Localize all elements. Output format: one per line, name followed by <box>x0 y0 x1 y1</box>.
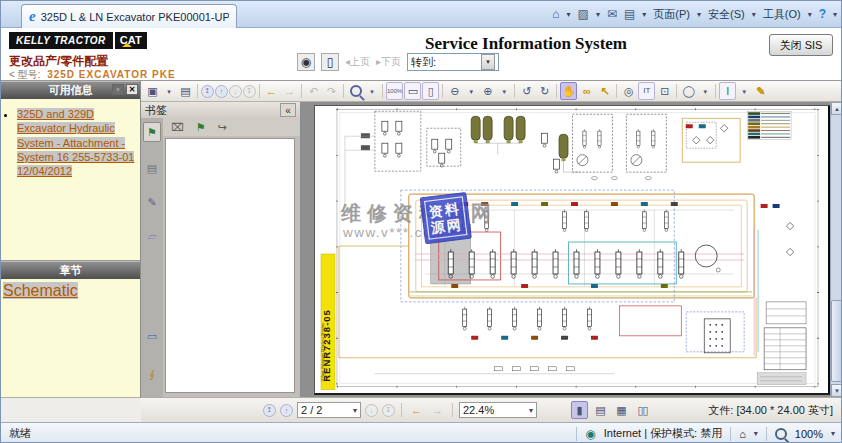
menu-tools[interactable]: 工具(O) <box>763 7 801 22</box>
browser-tab[interactable]: e 325D L & LN Excavator PKE00001-UP (MAC… <box>21 4 237 28</box>
oval-tool-icon[interactable]: ◯ <box>680 82 697 100</box>
print-icon[interactable]: ▤ <box>177 82 194 100</box>
oval-dropdown-icon[interactable]: ▾ <box>698 82 712 100</box>
browser-zoom-level[interactable]: 100% <box>795 428 823 440</box>
select-text-icon[interactable]: IT <box>638 82 655 100</box>
redo-icon[interactable]: ↷ <box>323 82 340 100</box>
vertical-scrollbar[interactable]: ▲ ▼ <box>830 102 842 397</box>
last-page-icon[interactable]: ↧ <box>243 85 256 98</box>
single-page-layout-icon[interactable]: ▮ <box>571 401 588 419</box>
sidebar: 可用信息 ▫ ✕ 325D and 329D Excavator Hydraul… <box>1 81 141 397</box>
add-bookmark-icon[interactable]: ⚑ <box>196 121 206 134</box>
previous-view-icon[interactable]: ← <box>263 82 280 100</box>
close-panel-button[interactable]: ✕ <box>126 84 138 95</box>
menu-page[interactable]: 页面(P) <box>653 7 690 22</box>
home-dropdown-icon[interactable]: ▾ <box>567 10 571 19</box>
tab-bookmarks-icon[interactable]: ⚑ <box>143 122 161 142</box>
model-value[interactable]: 325D EXCAVATOR PKE <box>47 69 175 80</box>
first-page-icon[interactable]: ↥ <box>263 404 276 417</box>
next-view-icon[interactable]: → <box>429 401 446 419</box>
document-link[interactable]: 325D and 329D Excavator Hydraulic System… <box>17 108 134 177</box>
save-dropdown-icon[interactable]: ▾ <box>162 82 176 100</box>
export-icon[interactable]: ↪ <box>218 121 227 134</box>
rotate-left-icon[interactable]: ↺ <box>518 82 535 100</box>
pencil-icon[interactable]: ✎ <box>752 82 769 100</box>
document-area[interactable]: RENR7238-05 16 Page, (Schematic) 34 Inch… <box>301 102 842 397</box>
bookmarks-list[interactable] <box>165 138 295 393</box>
next-page-icon[interactable]: ↓ <box>229 85 242 98</box>
zoom-in-dropdown-icon[interactable]: ▾ <box>497 82 511 100</box>
menu-security-dropdown-icon[interactable]: ▾ <box>752 10 756 19</box>
actual-size-icon[interactable]: 100% <box>386 82 403 100</box>
facing-layout-icon[interactable]: ▯▯ <box>634 401 651 419</box>
next-page-icon[interactable]: ↓ <box>365 404 378 417</box>
continuous-layout-icon[interactable]: ▤ <box>592 401 609 419</box>
tab-comments-icon[interactable]: ▭ <box>143 326 161 346</box>
minimize-button[interactable]: ▫ <box>112 84 124 95</box>
zoom-tool-dropdown-icon[interactable]: ▾ <box>365 82 379 100</box>
last-page-icon[interactable]: ↧ <box>382 404 395 417</box>
mail-icon[interactable]: ✉ <box>607 7 617 21</box>
feed-dropdown-icon[interactable]: ▾ <box>596 10 600 19</box>
goto-dropdown-icon[interactable]: ▾ <box>481 54 495 70</box>
new-document-icon[interactable]: ▯ <box>321 53 339 71</box>
bookmarks-title: 书签 <box>145 103 167 118</box>
help-dropdown-icon[interactable]: ▾ <box>833 10 837 19</box>
page-dropdown-icon[interactable]: ▾ <box>353 406 357 415</box>
next-page-button[interactable]: ▸下页 <box>376 55 401 69</box>
next-view-icon[interactable]: → <box>281 82 298 100</box>
undo-icon[interactable]: ↶ <box>305 82 322 100</box>
save-icon[interactable]: ▣ <box>144 82 161 100</box>
zoom-out-icon[interactable]: ⊖ <box>446 82 463 100</box>
print-dropdown-icon[interactable]: ▾ <box>642 10 646 19</box>
prev-page-button[interactable]: ◂上页 <box>345 55 370 69</box>
reading-mode-icon[interactable]: ∞ <box>578 82 595 100</box>
scrollbar-thumb[interactable] <box>831 300 842 382</box>
close-sis-button[interactable]: 关闭 SIS <box>769 34 833 56</box>
home-icon[interactable]: ⌂ <box>552 7 559 21</box>
menu-security[interactable]: 安全(S) <box>708 7 745 22</box>
browser-zoom-dropdown-icon[interactable]: ▾ <box>831 429 835 438</box>
first-page-icon[interactable]: ↥ <box>201 85 214 98</box>
previous-view-icon[interactable]: ← <box>408 401 425 419</box>
gear-icon[interactable]: ◉ <box>297 53 315 71</box>
pdf-page[interactable]: RENR7238-05 16 Page, (Schematic) 34 Inch… <box>314 105 831 395</box>
previous-page-icon[interactable]: ↑ <box>280 404 293 417</box>
tab-layers-icon[interactable]: ▱ <box>143 226 161 246</box>
zoom-out-dropdown-icon[interactable]: ▾ <box>464 82 478 100</box>
textbox-tool-icon[interactable]: I <box>719 82 736 100</box>
scroll-up-icon[interactable]: ▲ <box>831 102 842 115</box>
zoom-level-select[interactable]: 22.4% ▾ <box>459 402 537 418</box>
tab-notes-icon[interactable]: ✎ <box>143 192 161 212</box>
goto-select[interactable]: 转到: ▾ <box>407 53 499 71</box>
schematic-link[interactable]: Schematic <box>3 282 78 299</box>
fit-width-icon[interactable]: ▭ <box>404 82 421 100</box>
zone-home-icon[interactable]: ⌂ <box>739 428 746 440</box>
zoom-magnifier-icon[interactable] <box>775 428 787 440</box>
scroll-down-icon[interactable]: ▼ <box>831 384 842 397</box>
rotate-right-icon[interactable]: ↻ <box>536 82 553 100</box>
hand-tool-icon[interactable]: ✋ <box>560 82 577 100</box>
two-up-layout-icon[interactable]: ▦ <box>613 401 630 419</box>
tab-pages-icon[interactable]: ▤ <box>143 158 161 178</box>
pdf-toolbar: ▣ ▾ ▤ ↥ ↑ ↓ ↧ ← → ↶ ↷ ▾ 100% ▭ ▯ ⊖ ▾ ⊕ ▾ <box>141 81 842 102</box>
print-icon[interactable]: ▤ <box>624 7 635 21</box>
find-icon[interactable]: ◎ <box>620 82 637 100</box>
trash-icon[interactable]: ⌧ <box>171 121 184 134</box>
zoom-in-icon[interactable]: ⊕ <box>479 82 496 100</box>
menu-page-dropdown-icon[interactable]: ▾ <box>697 10 701 19</box>
zoom-tool-icon[interactable] <box>347 82 364 100</box>
collapse-panel-icon[interactable]: « <box>280 103 296 117</box>
zone-dropdown-icon[interactable]: ▾ <box>754 429 758 438</box>
zoom-dropdown-icon[interactable]: ▾ <box>529 406 533 415</box>
previous-page-icon[interactable]: ↑ <box>215 85 228 98</box>
feed-icon[interactable]: ▨ <box>578 7 589 21</box>
help-icon[interactable]: ? <box>819 7 826 21</box>
textbox-dropdown-icon[interactable]: ▾ <box>737 82 751 100</box>
tab-attachments-icon[interactable]: ∮ <box>143 364 161 384</box>
menu-tools-dropdown-icon[interactable]: ▾ <box>808 10 812 19</box>
fit-page-icon[interactable]: ▯ <box>422 82 439 100</box>
page-indicator-select[interactable]: 2 / 2 ▾ <box>297 402 361 418</box>
snapshot-icon[interactable]: ⊡ <box>656 82 673 100</box>
select-tool-icon[interactable]: ↖ <box>596 82 613 100</box>
